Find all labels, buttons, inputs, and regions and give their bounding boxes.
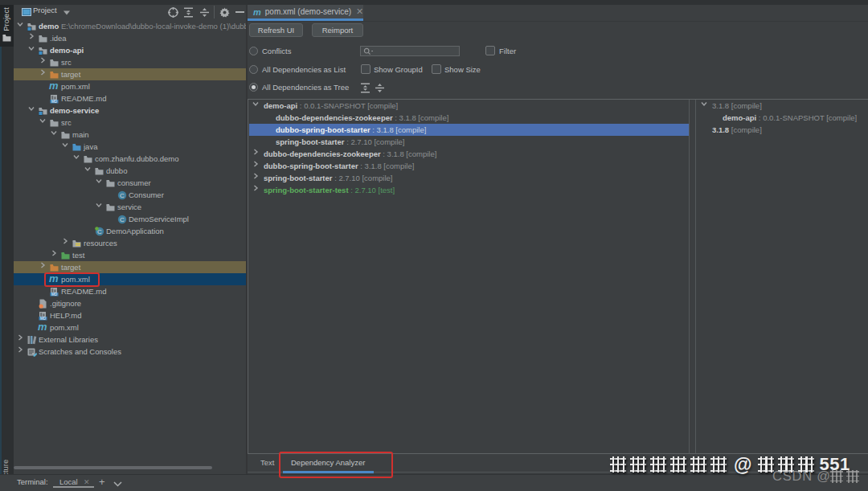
svg-text:MD: MD: [51, 99, 58, 103]
svg-text:C: C: [120, 215, 125, 223]
svg-text:MD: MD: [51, 292, 58, 296]
svg-text:C: C: [120, 191, 125, 198]
